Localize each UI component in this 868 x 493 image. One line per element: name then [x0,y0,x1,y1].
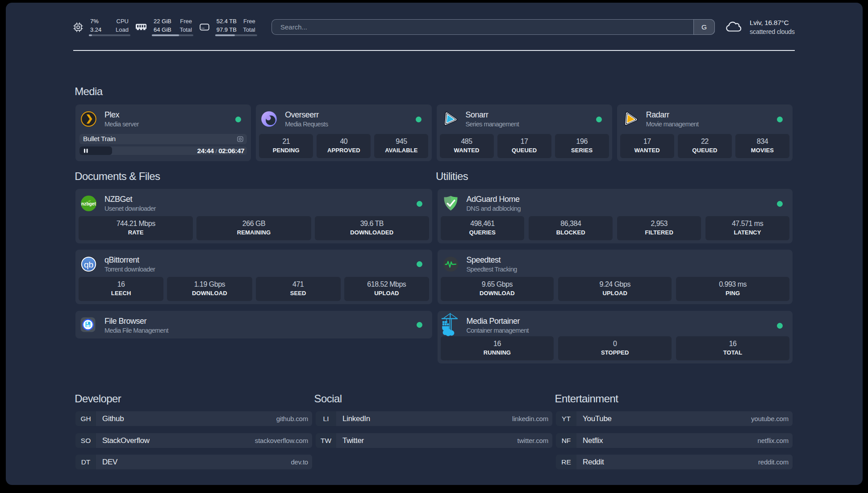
svg-text:qb: qb [84,259,93,269]
svg-text:nzbget: nzbget [81,201,96,206]
